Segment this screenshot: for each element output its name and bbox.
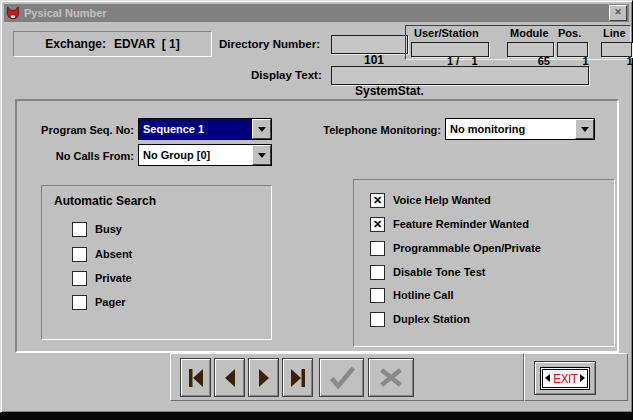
checkbox-absent-label: Absent (95, 248, 132, 260)
screen: Pysical Number ✕ Exchange: EDVAR [ 1] Di… (0, 0, 633, 420)
checkbox-voice-help-wanted-label: Voice Help Wanted (393, 194, 491, 206)
cross-icon (375, 364, 407, 391)
checkbox-row-voice-help-wanted[interactable]: Voice Help Wanted (370, 193, 491, 207)
titlebar[interactable]: Pysical Number ✕ (4, 4, 629, 22)
skip-to-end-icon (287, 365, 309, 391)
telephone-monitoring-label: Telephone Monitoring: (301, 124, 441, 136)
checkbox-private-label: Private (95, 272, 132, 284)
automatic-search-title: Automatic Search (54, 194, 156, 208)
telephone-monitoring-dropdown-button[interactable] (575, 119, 594, 139)
checkbox-row-busy[interactable]: Busy (72, 222, 122, 236)
checkbox-row-duplex-station[interactable]: Duplex Station (370, 312, 470, 326)
exchange-panel: Exchange: EDVAR [ 1] (13, 31, 212, 57)
exchange-label: Exchange: (45, 37, 106, 51)
program-seq-label: Program Seq. No: (29, 124, 134, 136)
triangle-right-icon (253, 365, 275, 391)
previous-record-button[interactable] (214, 358, 245, 397)
next-record-button[interactable] (248, 358, 279, 397)
station-options-box: Voice Help Wanted Feature Reminder Wante… (353, 179, 615, 347)
close-button[interactable]: ✕ (609, 5, 627, 21)
check-icon (326, 364, 358, 391)
display-text-value: SystemStat. (355, 84, 424, 98)
checkbox-disable-tone-test-label: Disable Tone Test (393, 266, 486, 278)
no-calls-from-label: No Calls From: (29, 150, 134, 162)
directory-number-field[interactable]: 101 (331, 35, 408, 54)
checkbox-duplex-station[interactable] (370, 312, 385, 327)
checkbox-pager[interactable] (72, 295, 87, 310)
module-value: 65 (507, 42, 554, 57)
telephone-monitoring-value[interactable]: No monitoring (446, 119, 575, 139)
skip-to-start-icon (185, 365, 207, 391)
checkbox-busy[interactable] (72, 222, 87, 237)
chevron-down-icon (258, 153, 266, 162)
checkbox-private[interactable] (72, 271, 87, 286)
exit-arrow-right-icon (580, 374, 585, 382)
display-text-field[interactable]: SystemStat. (331, 66, 589, 85)
checkbox-row-absent[interactable]: Absent (72, 247, 132, 261)
checkbox-absent[interactable] (72, 247, 87, 262)
station-info-panel: User/Station Module Pos. Line 1 / 1 65 1… (405, 25, 631, 60)
automatic-search-box: Automatic Search Busy Absent Private Pag… (41, 185, 272, 340)
user-station-header: User/Station (414, 27, 479, 39)
telephone-monitoring-combo[interactable]: No monitoring (445, 118, 595, 140)
checkbox-programmable-open-private-label: Programmable Open/Private (393, 242, 541, 254)
checkbox-row-pager[interactable]: Pager (72, 295, 126, 309)
directory-number-value: 101 (364, 53, 384, 67)
checkbox-hotline-call-label: Hotline Call (393, 289, 454, 301)
checkbox-row-private[interactable]: Private (72, 271, 132, 285)
checkbox-pager-label: Pager (95, 296, 126, 308)
no-calls-from-value[interactable]: No Group [0] (139, 145, 252, 165)
exchange-value: EDVAR [ 1] (114, 37, 180, 51)
chevron-down-icon (258, 127, 266, 136)
directory-number-label: Directory Number: (219, 38, 320, 50)
checkbox-row-feature-reminder-wanted[interactable]: Feature Reminder Wanted (370, 217, 529, 231)
line-value: 1 (601, 42, 632, 57)
close-icon: ✕ (614, 7, 622, 17)
pos-header: Pos. (558, 27, 581, 39)
last-record-button[interactable] (282, 358, 313, 397)
exit-arrow-left-icon (545, 374, 550, 382)
checkbox-busy-label: Busy (95, 223, 122, 235)
checkbox-programmable-open-private[interactable] (370, 241, 385, 256)
checkbox-row-hotline-call[interactable]: Hotline Call (370, 288, 454, 302)
app-fox-icon (6, 6, 20, 20)
exit-button[interactable]: EXIT (534, 361, 596, 395)
line-header: Line (603, 27, 626, 39)
chevron-down-icon (581, 127, 589, 136)
first-record-button[interactable] (180, 358, 211, 397)
exit-toolbar-panel: EXIT (524, 353, 628, 401)
no-calls-from-combo[interactable]: No Group [0] (138, 144, 272, 166)
record-toolbar-panel (170, 353, 524, 401)
physical-number-window: Pysical Number ✕ Exchange: EDVAR [ 1] Di… (0, 0, 633, 413)
program-seq-dropdown-button[interactable] (252, 119, 271, 139)
checkbox-hotline-call[interactable] (370, 288, 385, 303)
checkbox-disable-tone-test[interactable] (370, 265, 385, 280)
checkbox-row-programmable-open-private[interactable]: Programmable Open/Private (370, 241, 541, 255)
program-seq-combo[interactable]: Sequence 1 (138, 118, 272, 140)
exit-sign: EXIT (540, 367, 591, 390)
accept-button[interactable] (319, 358, 364, 397)
display-text-label: Display Text: (251, 69, 322, 81)
triangle-left-icon (219, 365, 241, 391)
pos-value: 1 (557, 42, 588, 57)
checkbox-row-disable-tone-test[interactable]: Disable Tone Test (370, 265, 486, 279)
user-station-value: 1 / 1 (411, 42, 489, 57)
checkbox-voice-help-wanted[interactable] (370, 193, 385, 208)
exit-label: EXIT (553, 372, 577, 385)
checkbox-duplex-station-label: Duplex Station (393, 313, 470, 325)
cancel-button[interactable] (368, 358, 414, 397)
no-calls-from-dropdown-button[interactable] (252, 145, 271, 165)
window-title: Pysical Number (24, 7, 609, 19)
checkbox-feature-reminder-wanted-label: Feature Reminder Wanted (393, 218, 529, 230)
module-header: Module (510, 27, 549, 39)
program-seq-value[interactable]: Sequence 1 (139, 119, 252, 139)
checkbox-feature-reminder-wanted[interactable] (370, 217, 385, 232)
